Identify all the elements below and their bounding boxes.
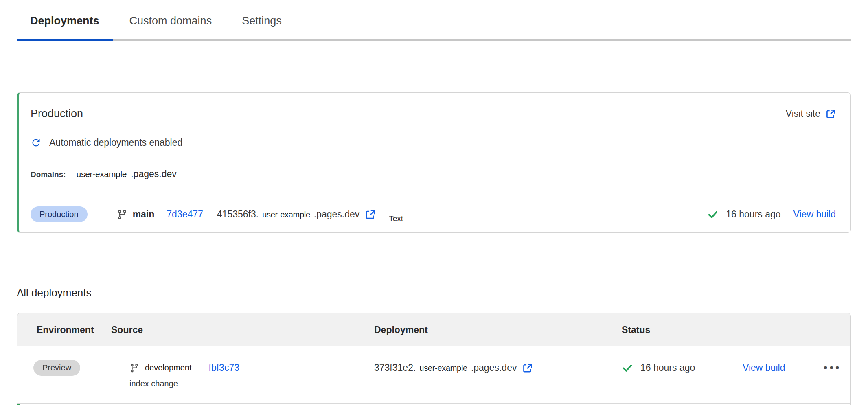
table-row: Preview development fbf3c73 index change… bbox=[17, 346, 850, 404]
refresh-icon bbox=[31, 137, 42, 148]
commit-link[interactable]: fbf3c73 bbox=[209, 362, 239, 373]
column-header-status: Status bbox=[622, 324, 850, 335]
column-header-source: Source bbox=[111, 324, 374, 335]
external-link-icon bbox=[826, 109, 836, 119]
tab-settings[interactable]: Settings bbox=[228, 0, 295, 39]
deployment-time: 16 hours ago bbox=[726, 209, 780, 220]
deployment-url-suffix: .pages.dev bbox=[471, 362, 517, 373]
tab-custom-domains[interactable]: Custom domains bbox=[116, 0, 226, 39]
view-build-link[interactable]: View build bbox=[793, 209, 836, 220]
production-card: Production Visit site Automatic deploym bbox=[17, 92, 851, 233]
success-check-icon bbox=[622, 362, 633, 374]
domain-name: user-example bbox=[77, 169, 127, 179]
external-link-icon[interactable] bbox=[522, 363, 533, 373]
deployment-url: 415356f3. user-example .pages.dev bbox=[217, 209, 376, 220]
domain-suffix: .pages.dev bbox=[131, 169, 177, 180]
production-deployment-row: Production main 7d3e477 415356f3. user-e… bbox=[19, 196, 850, 232]
deployment-time: 16 hours ago bbox=[640, 362, 695, 373]
environment-badge-preview: Preview bbox=[33, 360, 80, 376]
table-header-row: Environment Source Deployment Status bbox=[17, 313, 850, 346]
column-header-environment: Environment bbox=[17, 324, 111, 335]
tooltip-text: Text bbox=[389, 214, 403, 223]
domains-label: Domains: bbox=[31, 170, 66, 179]
next-row-indicator bbox=[17, 404, 850, 405]
tab-bar: Deployments Custom domains Settings bbox=[17, 0, 851, 41]
column-header-deployment: Deployment bbox=[374, 324, 622, 335]
tab-deployments[interactable]: Deployments bbox=[17, 0, 113, 39]
deployment-url-prefix: 373f31e2. bbox=[374, 362, 416, 373]
external-link-icon[interactable] bbox=[365, 209, 376, 220]
deployment-url-prefix: 415356f3. bbox=[217, 209, 259, 220]
auto-deploy-text: Automatic deployments enabled bbox=[49, 137, 182, 148]
branch-name: main bbox=[133, 209, 155, 220]
visit-site-link[interactable]: Visit site bbox=[786, 108, 836, 119]
all-deployments-title: All deployments bbox=[17, 287, 868, 299]
deployments-table: Environment Source Deployment Status Pre… bbox=[17, 313, 851, 405]
git-branch-icon bbox=[117, 209, 127, 220]
success-check-icon bbox=[707, 209, 719, 220]
deployment-url: 373f31e2. user-example .pages.dev bbox=[374, 362, 533, 373]
git-branch-icon bbox=[129, 363, 139, 373]
branch-name: development bbox=[145, 363, 192, 373]
deployment-url-suffix: .pages.dev bbox=[314, 209, 360, 220]
commit-message: index change bbox=[129, 379, 374, 388]
production-card-title: Production bbox=[31, 107, 83, 120]
visit-site-label: Visit site bbox=[786, 108, 820, 119]
deployment-url-name: user-example bbox=[419, 364, 467, 373]
environment-badge-production: Production bbox=[31, 206, 88, 222]
more-options-menu-icon[interactable]: ••• bbox=[824, 360, 841, 376]
commit-link[interactable]: 7d3e477 bbox=[167, 209, 203, 220]
deployment-url-name: user-example bbox=[262, 210, 310, 219]
view-build-link[interactable]: View build bbox=[743, 362, 785, 373]
